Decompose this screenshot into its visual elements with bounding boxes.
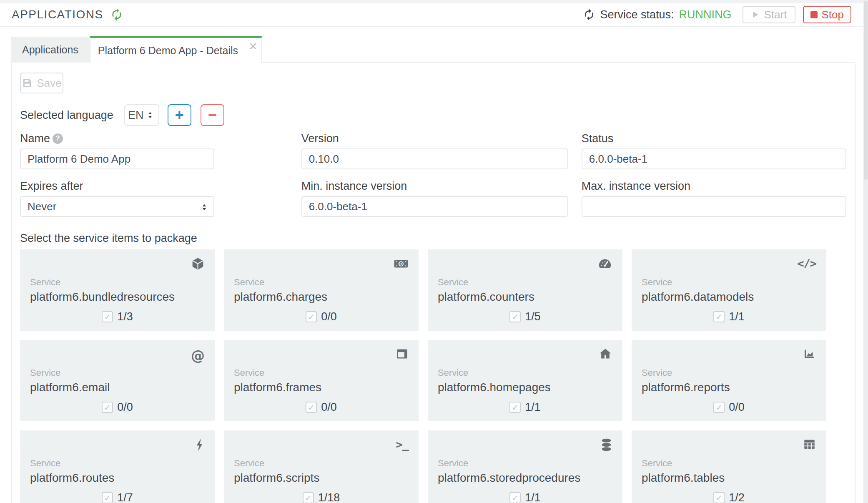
min-instance-version-input[interactable] xyxy=(301,196,568,217)
tab-details-label: Platform 6 Demo App - Details xyxy=(98,45,238,57)
service-card[interactable]: >_Serviceplatform6.scripts✓1/18 xyxy=(224,430,419,503)
stop-square-icon xyxy=(810,11,818,18)
tab-details[interactable]: Platform 6 Demo App - Details × xyxy=(90,36,262,63)
help-icon[interactable]: ? xyxy=(53,133,63,144)
service-card-name: platform6.counters xyxy=(438,290,612,304)
language-select-value: EN xyxy=(128,109,144,122)
service-select-checkbox[interactable]: ✓ xyxy=(713,492,725,503)
service-item-count: 1/1 xyxy=(525,491,541,503)
table-icon xyxy=(803,438,816,451)
at-icon: @ xyxy=(191,347,205,364)
refresh-status-icon[interactable] xyxy=(583,8,595,21)
check-mark-icon: ✓ xyxy=(512,403,519,412)
close-tab-icon[interactable]: × xyxy=(249,39,257,53)
save-button-label: Save xyxy=(37,77,61,90)
vertical-scrollbar[interactable] xyxy=(863,0,868,503)
check-mark-icon: ✓ xyxy=(104,313,111,321)
caret-updown-icon xyxy=(145,109,155,121)
service-item-count: 0/0 xyxy=(321,310,337,323)
service-select-checkbox[interactable]: ✓ xyxy=(102,311,113,322)
service-card-count-row: ✓1/1 xyxy=(632,310,826,323)
service-select-checkbox[interactable]: ✓ xyxy=(713,402,725,413)
form-row-1: Name ? Version Status xyxy=(20,126,846,169)
service-card[interactable]: </>Serviceplatform6.datamodels✓1/1 xyxy=(632,249,826,331)
terminal-icon: >_ xyxy=(396,438,409,451)
service-status-value: RUNNING xyxy=(679,8,732,21)
service-card-name: platform6.storedprocedures xyxy=(438,471,612,485)
service-card[interactable]: Serviceplatform6.homepages✓1/1 xyxy=(428,340,622,421)
service-select-checkbox[interactable]: ✓ xyxy=(306,311,317,322)
refresh-applications-icon[interactable] xyxy=(110,8,123,21)
language-select[interactable]: EN xyxy=(124,104,159,126)
service-card-count-row: ✓0/0 xyxy=(224,310,419,323)
money-icon: 0 xyxy=(394,257,409,271)
service-card[interactable]: @Serviceplatform6.email✓0/0 xyxy=(20,340,215,421)
service-select-checkbox[interactable]: ✓ xyxy=(509,492,521,503)
service-card-name: platform6.routes xyxy=(30,471,205,485)
tab-bar: Applications Platform 6 Demo App - Detai… xyxy=(11,36,262,63)
service-select-checkbox[interactable]: ✓ xyxy=(509,311,521,322)
service-status-area: Service status: RUNNING Start Stop xyxy=(583,6,852,23)
service-card-count-row: ✓1/1 xyxy=(428,401,622,414)
tab-applications[interactable]: Applications xyxy=(11,37,90,63)
service-status-label: Service status: xyxy=(600,8,674,21)
service-card[interactable]: Serviceplatform6.routes✓1/7 xyxy=(20,430,215,503)
service-card[interactable]: Serviceplatform6.counters✓1/5 xyxy=(428,249,622,331)
name-label: Name ? xyxy=(20,132,214,145)
status-input[interactable] xyxy=(582,148,846,169)
service-card-type-label: Service xyxy=(234,458,409,469)
service-card[interactable]: Serviceplatform6.reports✓0/0 xyxy=(632,340,826,421)
service-card-type-label: Service xyxy=(234,367,409,378)
service-item-count: 0/0 xyxy=(321,401,337,414)
service-card[interactable]: 0Serviceplatform6.charges✓0/0 xyxy=(224,249,419,331)
area-chart-icon xyxy=(803,347,816,360)
service-card-type-label: Service xyxy=(642,367,816,378)
stop-button[interactable]: Stop xyxy=(803,6,852,23)
service-select-checkbox[interactable]: ✓ xyxy=(713,311,725,322)
form-row-2: Expires after Never Min. instance versio… xyxy=(20,169,846,217)
service-card[interactable]: Serviceplatform6.tables✓1/2 xyxy=(632,430,826,503)
service-card[interactable]: Serviceplatform6.frames✓0/0 xyxy=(224,340,419,421)
check-mark-icon: ✓ xyxy=(308,313,315,321)
remove-language-button[interactable]: − xyxy=(201,104,224,126)
service-select-checkbox[interactable]: ✓ xyxy=(306,402,317,413)
database-icon xyxy=(600,438,612,452)
service-card[interactable]: Serviceplatform6.storedprocedures✓1/1 xyxy=(428,430,622,503)
start-button[interactable]: Start xyxy=(743,6,795,23)
service-card-type-label: Service xyxy=(642,277,816,288)
service-cards-grid: Serviceplatform6.bundledresources✓1/30Se… xyxy=(20,249,846,503)
check-mark-icon: ✓ xyxy=(512,313,519,321)
check-mark-icon: ✓ xyxy=(104,494,111,502)
service-card[interactable]: Serviceplatform6.bundledresources✓1/3 xyxy=(20,249,215,331)
max-instance-version-input[interactable] xyxy=(582,196,846,217)
page-title: APPLICATIONS xyxy=(12,8,103,21)
service-card-count-row: ✓1/3 xyxy=(20,310,215,323)
service-card-name: platform6.email xyxy=(30,381,205,394)
name-input[interactable] xyxy=(20,148,214,169)
name-label-text: Name xyxy=(20,132,50,145)
add-language-button[interactable]: + xyxy=(168,104,191,126)
scrollbar-thumb[interactable] xyxy=(864,1,868,180)
service-card-type-label: Service xyxy=(438,458,612,469)
version-input[interactable] xyxy=(301,148,568,169)
check-mark-icon: ✓ xyxy=(715,313,722,321)
service-card-name: platform6.tables xyxy=(642,471,816,485)
service-select-checkbox[interactable]: ✓ xyxy=(102,402,113,413)
save-button[interactable]: Save xyxy=(20,73,63,93)
service-item-count: 1/7 xyxy=(117,491,133,503)
service-item-count: 0/0 xyxy=(729,401,745,414)
check-mark-icon: ✓ xyxy=(715,494,722,502)
start-button-label: Start xyxy=(764,8,787,21)
service-item-count: 1/3 xyxy=(117,310,133,323)
services-section-title: Select the service items to package xyxy=(20,232,846,245)
bolt-icon xyxy=(194,438,205,452)
service-card-count-row: ✓0/0 xyxy=(20,401,215,414)
service-select-checkbox[interactable]: ✓ xyxy=(303,492,314,503)
max-instance-version-label: Max. instance version xyxy=(582,179,846,193)
service-card-name: platform6.reports xyxy=(642,381,816,394)
cube-icon xyxy=(191,257,205,271)
service-card-count-row: ✓0/0 xyxy=(224,401,419,414)
service-select-checkbox[interactable]: ✓ xyxy=(102,492,113,503)
service-select-checkbox[interactable]: ✓ xyxy=(509,402,521,413)
expires-after-select[interactable]: Never xyxy=(20,196,214,217)
